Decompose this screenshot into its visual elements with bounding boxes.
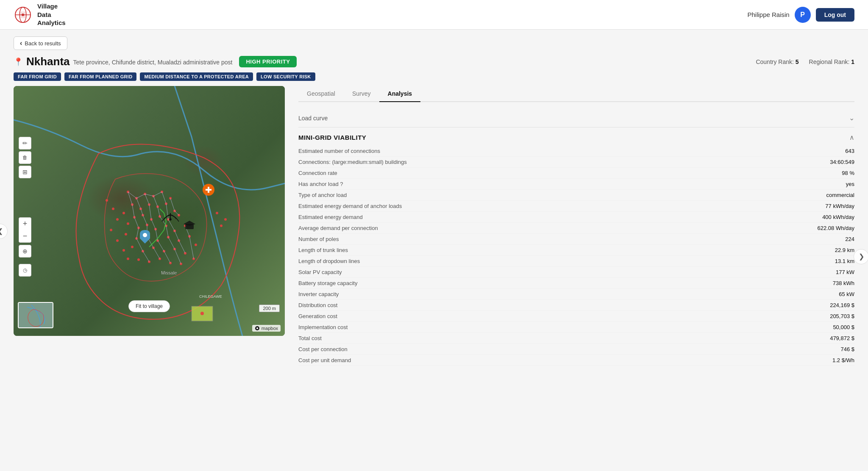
trash-tool-button[interactable]: 🗑 [19,151,31,164]
row-label: Generation cost [298,311,660,322]
row-label: Implementation cost [298,322,660,333]
svg-text:CHILEGAWE: CHILEGAWE [199,294,222,299]
svg-line-68 [153,196,158,207]
layers-button[interactable]: ⊞ [19,166,31,178]
svg-line-66 [136,198,141,209]
table-row: Has anchor load ? yes [298,179,854,190]
table-row: Estimated energy demand of anchor loads … [298,201,854,212]
history-button[interactable]: ◷ [19,264,31,277]
row-label: Number of poles [298,234,660,245]
row-label: Average demand per connection [298,223,660,234]
tab-analysis[interactable]: Analysis [379,86,421,102]
fit-village-button[interactable]: Fit to village [128,300,170,312]
svg-line-70 [170,198,175,211]
header-right: Philippe Raisin P Log out [747,7,854,23]
minus-icon: − [23,232,28,241]
table-row: Length of dropdown lines 13.1 km [298,256,854,267]
pencil-tool-button[interactable]: ✏ [19,137,31,150]
mini-map [18,302,53,328]
row-label: Type of anchor load [298,190,660,201]
svg-point-55 [112,208,114,210]
country-rank-value: 5 [796,58,799,65]
compass-button[interactable]: ⊕ [19,245,31,258]
svg-line-77 [134,217,139,228]
logo-area: Village Data Analytics [14,2,66,27]
back-button[interactable]: ‹ Back to results [14,36,67,50]
svg-point-4 [22,14,24,16]
svg-line-72 [141,209,143,215]
map-container: Missale CHILEGAWE ✏ 🗑 ⊞ + [14,86,285,336]
map-background: Missale CHILEGAWE ✏ 🗑 ⊞ + [14,86,285,336]
svg-line-93 [189,236,194,259]
main-content: ❮ [0,86,868,376]
fit-village-label: Fit to village [136,303,163,309]
table-row: Cost per connection 746 $ [298,344,854,355]
table-row: Type of anchor load commercial [298,190,854,201]
svg-line-62 [136,194,145,198]
village-header: 📍 Nkhanta Tete province, Chifunde distri… [0,55,868,86]
tab-survey[interactable]: Survey [344,86,379,102]
tab-geospatial[interactable]: Geospatial [298,86,344,102]
row-label: Estimated energy demand [298,212,660,223]
row-value: 643 [660,146,854,157]
table-row: Generation cost 205,703 $ [298,311,854,322]
svg-point-59 [122,249,125,252]
tag-low-security-risk: LOW SECURITY RISK [256,72,315,81]
svg-line-85 [166,226,168,237]
row-label: Estimated energy demand of anchor loads [298,201,660,212]
svg-text:Missale: Missale [161,270,177,275]
row-value: 400 kWh/day [660,212,854,223]
pencil-icon: ✏ [22,140,28,147]
table-row: Implementation cost 50,000 $ [298,322,854,333]
load-curve-label: Load curve [298,115,328,122]
logout-button[interactable]: Log out [816,8,854,22]
viability-header[interactable]: MINI-GRID VIABILITY ∧ [298,127,854,146]
rank-info: Country Rank: 5 Regional Rank: 1 [756,58,854,65]
table-row: Total cost 479,872 $ [298,333,854,344]
row-value: 177 kW [660,267,854,278]
svg-line-64 [153,192,162,196]
svg-line-91 [168,237,175,249]
clock-icon: ◷ [23,267,27,273]
svg-point-39 [131,246,134,248]
load-curve-section[interactable]: Load curve ⌄ [298,109,854,127]
location-icon: 📍 [14,57,23,66]
row-label: Solar PV capacity [298,267,660,278]
zoom-in-button[interactable]: + [19,217,31,230]
mapbox-label: mapbox [262,326,278,331]
table-row: Average demand per connection 622.08 Wh/… [298,223,854,234]
row-value: 224 [660,234,854,245]
nav-left-icon: ❮ [0,227,3,235]
svg-line-102 [160,209,164,213]
zoom-out-button[interactable]: − [19,230,31,243]
row-value: 205,703 $ [660,311,854,322]
user-name: Philippe Raisin [747,11,789,18]
svg-point-111 [200,312,204,315]
svg-point-57 [110,229,112,231]
svg-line-67 [145,194,149,205]
table-row: Number of poles 224 [298,234,854,245]
back-arrow-icon: ‹ [20,39,22,47]
svg-point-17 [122,212,125,214]
svg-point-56 [116,218,119,221]
svg-rect-105 [206,189,211,191]
row-label: Estimated number of connections [298,146,660,157]
village-name: Nkhanta [26,55,70,68]
table-row: Solar PV capacity 177 kW [298,267,854,278]
row-label: Total cost [298,333,660,344]
svg-rect-114 [19,303,53,328]
table-row: Cost per unit demand 1.2 $/Wh [298,355,854,366]
svg-line-78 [143,215,147,225]
tag-far-from-grid: FAR FROM GRID [14,72,61,81]
svg-point-107 [143,233,147,237]
svg-line-63 [145,194,153,196]
row-label: Length of dropdown lines [298,256,660,267]
row-label: Cost per unit demand [298,355,660,366]
nav-arrow-right[interactable]: ❯ [854,249,868,264]
svg-point-46 [137,258,140,261]
load-curve-chevron-icon: ⌄ [849,114,854,122]
svg-line-73 [149,205,151,219]
country-rank-label: Country Rank: 5 [756,58,798,65]
nav-arrow-left[interactable]: ❮ [0,224,8,239]
svg-point-24 [127,222,129,225]
